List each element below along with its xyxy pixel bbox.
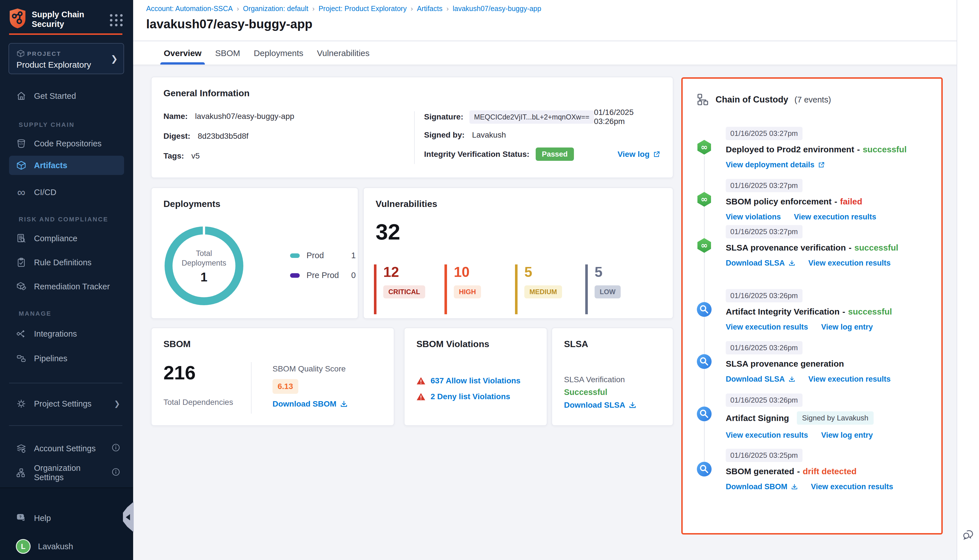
app-switcher-grid-icon[interactable]: [110, 14, 123, 26]
signature-value: MEQCICde2VjIT...bL+2+mqnOXw==: [469, 110, 594, 124]
download-sbom-label: Download SBOM: [272, 400, 337, 408]
breadcrumb-artifacts[interactable]: Artifacts: [417, 5, 443, 13]
download-sbom-link[interactable]: Download SBOM: [272, 400, 348, 408]
sidebar-section-supply-chain: SUPPLY CHAIN: [19, 121, 75, 128]
layers-gear-icon: [16, 443, 27, 454]
view-execution-results-link[interactable]: View execution results: [809, 375, 891, 383]
tags-value: v5: [192, 152, 200, 160]
sidebar-item-label: CI/CD: [34, 188, 56, 197]
critical-badge: CRITICAL: [383, 285, 425, 298]
vulnerabilities-card: Vulnerabilities 32 12 CRITICAL 10 HIGH 5…: [363, 187, 673, 319]
breadcrumb-organization[interactable]: Organization: default: [243, 5, 309, 13]
download-sbom-link[interactable]: Download SBOM: [726, 482, 798, 491]
tags-row: Tags: v5: [164, 152, 200, 160]
view-execution-results-link[interactable]: View execution results: [811, 482, 894, 491]
signed-by-label: Signed by:: [424, 130, 464, 140]
view-execution-results-link[interactable]: View execution results: [726, 323, 808, 332]
high-badge: HIGH: [454, 285, 481, 298]
name-label: Name:: [164, 112, 188, 121]
tab-vulnerabilities[interactable]: Vulnerabilities: [317, 42, 370, 65]
download-icon: [789, 376, 795, 383]
event-links: View execution results View log entry: [726, 323, 931, 332]
download-slsa-link[interactable]: Download SLSA: [726, 375, 795, 383]
user-menu[interactable]: L Lavakush: [9, 537, 124, 556]
deny-list-violations-link[interactable]: 2 Deny list Violations: [431, 392, 510, 401]
view-log-label: View log: [618, 150, 650, 159]
pipeline-hexagon-icon: ∞: [696, 238, 712, 253]
coc-event-sbom-policy-enforcement: 01/16/2025 03:27pm ∞ SBOM policy enforce…: [726, 179, 931, 222]
download-slsa-link[interactable]: Download SLSA: [726, 259, 795, 268]
tab-sbom[interactable]: SBOM: [215, 42, 240, 65]
svg-text:∞: ∞: [701, 240, 708, 250]
event-status: successful: [854, 243, 898, 253]
donut-segment-gap: [203, 226, 205, 235]
sidebar-item-help[interactable]: ? Help: [9, 508, 124, 528]
project-eyebrow: PROJECT: [27, 50, 61, 57]
view-violations-link[interactable]: View violations: [726, 213, 781, 222]
view-log-link[interactable]: View log: [618, 150, 660, 159]
tab-deployments[interactable]: Deployments: [254, 42, 303, 65]
coc-event-deployed-prod2: 01/16/2025 03:27pm ∞ Deployed to Prod2 e…: [726, 127, 931, 169]
download-icon: [789, 260, 795, 267]
hierarchy-gear-icon: [16, 467, 27, 478]
prod-legend-swatch: [290, 253, 300, 258]
info-icon[interactable]: [112, 468, 120, 478]
view-log-entry-link[interactable]: View log entry: [821, 323, 873, 332]
allow-list-violations-link[interactable]: 637 Allow list Violations: [431, 376, 520, 385]
card-title: General Information: [164, 88, 250, 98]
tab-overview[interactable]: Overview: [164, 42, 201, 65]
sidebar-section-risk-compliance: RISK AND COMPLIANCE: [19, 216, 109, 223]
app-screen: Supply Chain Security PROJECT Product Ex…: [0, 0, 979, 560]
breadcrumb-current[interactable]: lavakush07/easy-buggy-app: [453, 5, 541, 13]
feedback-chat-icon[interactable]: [962, 528, 975, 542]
sidebar-item-artifacts[interactable]: Artifacts: [9, 156, 124, 175]
sidebar-item-cicd[interactable]: ∞ CI/CD: [9, 183, 124, 202]
event-status: successful: [862, 145, 907, 154]
sbom-violations-card: SBOM Violations 637 Allow list Violation…: [404, 328, 547, 426]
breadcrumb-project[interactable]: Project: Product Exploratory: [318, 5, 406, 13]
project-selector[interactable]: PROJECT Product Exploratory ❯: [8, 43, 124, 74]
legend-item-pre-prod: Pre Prod 0: [290, 271, 356, 280]
info-icon[interactable]: [112, 443, 120, 454]
chain-of-custody-count: (7 events): [795, 95, 831, 105]
event-title-row: SBOM policy enforcement - failed: [726, 197, 931, 207]
sidebar-footer: ? Help L Lavakush: [0, 488, 133, 560]
sidebar-item-compliance[interactable]: Compliance: [9, 229, 124, 248]
download-slsa-label: Download SLSA: [564, 401, 625, 410]
slsa-verification-label: SLSA Verification: [564, 375, 625, 384]
view-execution-results-link[interactable]: View execution results: [794, 213, 877, 222]
event-separator: -: [842, 307, 845, 317]
sidebar-item-label: Compliance: [34, 234, 77, 243]
sidebar-item-project-settings[interactable]: Project Settings ❯: [9, 394, 124, 413]
sidebar-item-label: Organization Settings: [34, 463, 104, 482]
sidebar-item-remediation-tracker[interactable]: Remediation Tracker: [9, 277, 124, 296]
sidebar-item-integrations[interactable]: Integrations: [9, 324, 124, 343]
event-timestamp: 01/16/2025 03:27pm: [726, 179, 802, 192]
medium-badge: MEDIUM: [525, 285, 562, 298]
sidebar-item-pipelines[interactable]: Pipelines: [9, 349, 124, 368]
sidebar-item-organization-settings[interactable]: Organization Settings: [9, 463, 124, 482]
sidebar-item-account-settings[interactable]: Account Settings: [9, 439, 124, 458]
view-execution-results-link[interactable]: View execution results: [809, 259, 891, 268]
coc-event-artifact-integrity-verification: 01/16/2025 03:26pm Artifact Integrity Ve…: [726, 289, 931, 332]
sidebar-item-label: Pipelines: [34, 354, 67, 363]
sidebar-item-rule-definitions[interactable]: Rule Definitions: [9, 253, 124, 272]
legend-label: Pre Prod: [306, 271, 339, 280]
event-title-row: Artifact Integrity Verification - succes…: [726, 307, 931, 317]
download-icon: [340, 400, 348, 408]
view-execution-results-link[interactable]: View execution results: [726, 431, 808, 440]
sbom-quality-score-label: SBOM Quality Score: [272, 364, 346, 373]
view-deployment-details-link[interactable]: View deployment details: [726, 160, 825, 169]
view-log-entry-link[interactable]: View log entry: [821, 431, 873, 440]
signature-label: Signature:: [424, 112, 463, 122]
user-name: Lavakush: [38, 542, 73, 551]
gear-icon: [16, 398, 27, 409]
pipeline-hexagon-icon: ∞: [696, 192, 712, 207]
total-deployments-value: 1: [165, 270, 243, 284]
sidebar-item-code-repositories[interactable]: </> Code Repositories: [9, 134, 124, 153]
sidebar-item-get-started[interactable]: Get Started: [9, 87, 124, 106]
chevron-right-icon: ❯: [114, 400, 120, 408]
download-slsa-link[interactable]: Download SLSA: [564, 401, 637, 410]
event-title: Artifact Integrity Verification: [726, 307, 840, 317]
breadcrumb-account[interactable]: Account: Automation-SSCA: [146, 5, 233, 13]
